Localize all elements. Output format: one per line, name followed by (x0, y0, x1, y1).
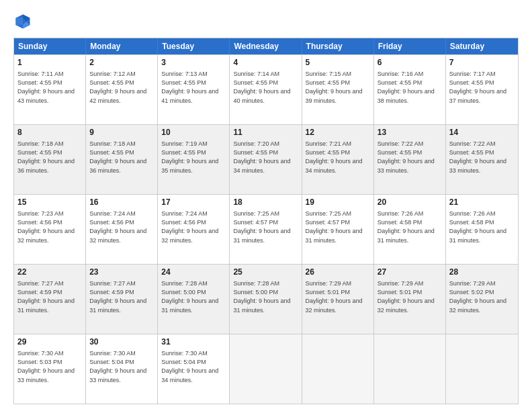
calendar-cell: 29Sunrise: 7:30 AMSunset: 5:03 PMDayligh… (14, 334, 86, 404)
cell-sunrise: Sunrise: 7:22 AMSunset: 4:55 PMDaylight:… (449, 140, 506, 174)
calendar: SundayMondayTuesdayWednesdayThursdayFrid… (13, 38, 519, 404)
day-header-sunday: Sunday (14, 38, 86, 54)
day-number: 14 (449, 127, 515, 138)
day-header-tuesday: Tuesday (158, 38, 230, 54)
calendar-cell: 6Sunrise: 7:16 AMSunset: 4:55 PMDaylight… (374, 55, 446, 124)
calendar-cell: 27Sunrise: 7:29 AMSunset: 5:01 PMDayligh… (374, 265, 446, 334)
day-number: 24 (161, 267, 226, 278)
cell-sunrise: Sunrise: 7:24 AMSunset: 4:56 PMDaylight:… (89, 210, 146, 244)
cell-sunrise: Sunrise: 7:27 AMSunset: 4:59 PMDaylight:… (89, 280, 146, 314)
calendar-cell: 8Sunrise: 7:18 AMSunset: 4:55 PMDaylight… (14, 125, 86, 194)
calendar-cell: 17Sunrise: 7:24 AMSunset: 4:56 PMDayligh… (158, 195, 230, 264)
calendar-cell: 11Sunrise: 7:20 AMSunset: 4:55 PMDayligh… (230, 125, 302, 194)
cell-sunrise: Sunrise: 7:13 AMSunset: 4:55 PMDaylight:… (161, 71, 218, 104)
calendar-cell: 16Sunrise: 7:24 AMSunset: 4:56 PMDayligh… (86, 195, 158, 264)
calendar-cell: 5Sunrise: 7:15 AMSunset: 4:55 PMDaylight… (302, 55, 374, 124)
calendar-cell: 3Sunrise: 7:13 AMSunset: 4:55 PMDaylight… (158, 55, 230, 124)
day-number: 29 (17, 336, 82, 348)
calendar-cell (302, 334, 374, 404)
day-number: 22 (17, 267, 82, 278)
day-number: 23 (89, 267, 154, 278)
cell-sunrise: Sunrise: 7:25 AMSunset: 4:57 PMDaylight:… (233, 210, 290, 244)
calendar-week-1: 1Sunrise: 7:11 AMSunset: 4:55 PMDaylight… (14, 54, 518, 124)
day-number: 31 (161, 336, 226, 348)
day-number: 3 (161, 57, 226, 68)
calendar-cell (446, 334, 518, 404)
calendar-body: 1Sunrise: 7:11 AMSunset: 4:55 PMDaylight… (14, 54, 518, 404)
calendar-cell: 7Sunrise: 7:17 AMSunset: 4:55 PMDaylight… (446, 55, 518, 124)
day-number: 1 (17, 57, 82, 68)
day-header-friday: Friday (374, 38, 446, 54)
day-number: 9 (89, 127, 154, 138)
day-number: 4 (233, 57, 298, 68)
cell-sunrise: Sunrise: 7:12 AMSunset: 4:55 PMDaylight:… (89, 71, 146, 104)
calendar-cell: 20Sunrise: 7:26 AMSunset: 4:58 PMDayligh… (374, 195, 446, 264)
cell-sunrise: Sunrise: 7:29 AMSunset: 5:01 PMDaylight:… (306, 280, 363, 314)
day-header-wednesday: Wednesday (230, 38, 302, 54)
calendar-header-row: SundayMondayTuesdayWednesdayThursdayFrid… (14, 38, 518, 54)
svg-marker-3 (16, 18, 24, 26)
cell-sunrise: Sunrise: 7:30 AMSunset: 5:03 PMDaylight:… (17, 350, 75, 383)
cell-sunrise: Sunrise: 7:15 AMSunset: 4:55 PMDaylight:… (306, 71, 363, 104)
calendar-cell: 1Sunrise: 7:11 AMSunset: 4:55 PMDaylight… (14, 55, 86, 124)
cell-sunrise: Sunrise: 7:20 AMSunset: 4:55 PMDaylight:… (233, 140, 290, 174)
cell-sunrise: Sunrise: 7:25 AMSunset: 4:57 PMDaylight:… (306, 210, 363, 244)
calendar-cell: 22Sunrise: 7:27 AMSunset: 4:59 PMDayligh… (14, 265, 86, 334)
day-number: 8 (17, 127, 82, 138)
calendar-cell: 2Sunrise: 7:12 AMSunset: 4:55 PMDaylight… (86, 55, 158, 124)
day-header-saturday: Saturday (446, 38, 518, 54)
day-number: 15 (17, 197, 82, 208)
day-number: 17 (161, 197, 226, 208)
day-number: 12 (306, 127, 370, 138)
cell-sunrise: Sunrise: 7:18 AMSunset: 4:55 PMDaylight:… (17, 140, 75, 174)
calendar-cell: 14Sunrise: 7:22 AMSunset: 4:55 PMDayligh… (446, 125, 518, 194)
cell-sunrise: Sunrise: 7:19 AMSunset: 4:55 PMDaylight:… (161, 140, 218, 174)
day-number: 18 (233, 197, 298, 208)
calendar-week-3: 15Sunrise: 7:23 AMSunset: 4:56 PMDayligh… (14, 194, 518, 264)
calendar-cell: 19Sunrise: 7:25 AMSunset: 4:57 PMDayligh… (302, 195, 374, 264)
calendar-cell: 13Sunrise: 7:22 AMSunset: 4:55 PMDayligh… (374, 125, 446, 194)
cell-sunrise: Sunrise: 7:29 AMSunset: 5:02 PMDaylight:… (449, 280, 506, 314)
cell-sunrise: Sunrise: 7:17 AMSunset: 4:55 PMDaylight:… (449, 71, 506, 104)
calendar-week-2: 8Sunrise: 7:18 AMSunset: 4:55 PMDaylight… (14, 124, 518, 194)
day-number: 6 (378, 57, 442, 68)
day-number: 10 (161, 127, 226, 138)
day-number: 28 (449, 267, 515, 278)
day-number: 21 (449, 197, 515, 208)
cell-sunrise: Sunrise: 7:28 AMSunset: 5:00 PMDaylight:… (161, 280, 218, 314)
logo-icon (13, 12, 32, 31)
day-number: 20 (378, 197, 442, 208)
cell-sunrise: Sunrise: 7:21 AMSunset: 4:55 PMDaylight:… (306, 140, 363, 174)
calendar-cell: 9Sunrise: 7:18 AMSunset: 4:55 PMDaylight… (86, 125, 158, 194)
cell-sunrise: Sunrise: 7:16 AMSunset: 4:55 PMDaylight:… (378, 71, 435, 104)
cell-sunrise: Sunrise: 7:22 AMSunset: 4:55 PMDaylight:… (378, 140, 435, 174)
calendar-cell: 12Sunrise: 7:21 AMSunset: 4:55 PMDayligh… (302, 125, 374, 194)
cell-sunrise: Sunrise: 7:23 AMSunset: 4:56 PMDaylight:… (17, 210, 75, 244)
calendar-cell: 23Sunrise: 7:27 AMSunset: 4:59 PMDayligh… (86, 265, 158, 334)
cell-sunrise: Sunrise: 7:26 AMSunset: 4:58 PMDaylight:… (378, 210, 435, 244)
day-number: 7 (449, 57, 515, 68)
day-header-thursday: Thursday (302, 38, 374, 54)
calendar-cell: 21Sunrise: 7:26 AMSunset: 4:58 PMDayligh… (446, 195, 518, 264)
cell-sunrise: Sunrise: 7:18 AMSunset: 4:55 PMDaylight:… (89, 140, 146, 174)
calendar-week-5: 29Sunrise: 7:30 AMSunset: 5:03 PMDayligh… (14, 334, 518, 404)
calendar-cell: 30Sunrise: 7:30 AMSunset: 5:04 PMDayligh… (86, 334, 158, 404)
day-number: 27 (378, 267, 442, 278)
day-number: 13 (378, 127, 442, 138)
cell-sunrise: Sunrise: 7:24 AMSunset: 4:56 PMDaylight:… (161, 210, 218, 244)
cell-sunrise: Sunrise: 7:14 AMSunset: 4:55 PMDaylight:… (233, 71, 290, 104)
calendar-cell: 4Sunrise: 7:14 AMSunset: 4:55 PMDaylight… (230, 55, 302, 124)
calendar-cell: 25Sunrise: 7:28 AMSunset: 5:00 PMDayligh… (230, 265, 302, 334)
cell-sunrise: Sunrise: 7:26 AMSunset: 4:58 PMDaylight:… (449, 210, 506, 244)
cell-sunrise: Sunrise: 7:29 AMSunset: 5:01 PMDaylight:… (378, 280, 435, 314)
calendar-cell: 28Sunrise: 7:29 AMSunset: 5:02 PMDayligh… (446, 265, 518, 334)
calendar-cell (230, 334, 302, 404)
day-number: 19 (306, 197, 370, 208)
logo (13, 12, 35, 31)
day-number: 25 (233, 267, 298, 278)
cell-sunrise: Sunrise: 7:28 AMSunset: 5:00 PMDaylight:… (233, 280, 290, 314)
cell-sunrise: Sunrise: 7:27 AMSunset: 4:59 PMDaylight:… (17, 280, 75, 314)
day-number: 16 (89, 197, 154, 208)
calendar-cell: 31Sunrise: 7:30 AMSunset: 5:04 PMDayligh… (158, 334, 230, 404)
calendar-cell: 26Sunrise: 7:29 AMSunset: 5:01 PMDayligh… (302, 265, 374, 334)
